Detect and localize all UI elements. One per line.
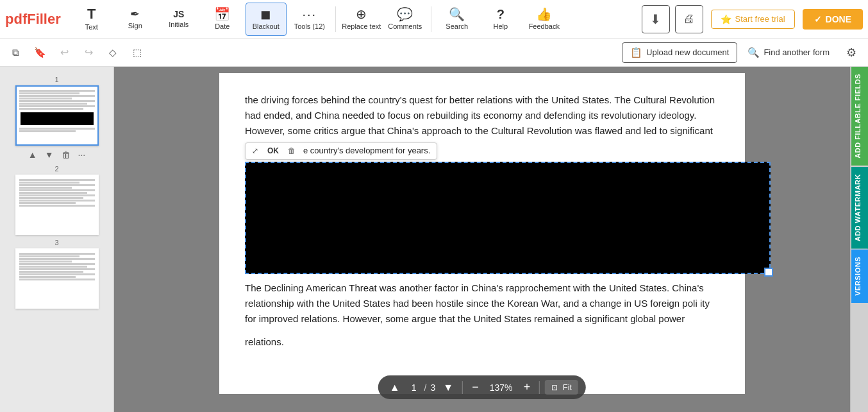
upload-document-button[interactable]: 📋 Upload new document xyxy=(622,42,737,63)
tag-icon: 🔖 xyxy=(34,47,46,58)
sign-tool-icon: ✒ xyxy=(130,8,140,20)
thumb-frame-2 xyxy=(15,175,99,235)
text-tool-label: Text xyxy=(85,23,98,31)
initials-tool-label: Initials xyxy=(169,21,188,28)
blackout-delete-button[interactable]: 🗑 xyxy=(285,145,298,157)
comments-label: Comments xyxy=(388,22,422,30)
prev-page-button[interactable]: ▲ xyxy=(386,381,404,395)
blackout-annotation[interactable]: ⤢ OK 🗑 e country's development for years… xyxy=(245,162,719,274)
tools-more-icon: ··· xyxy=(302,8,317,21)
document-area: the driving forces behind the country's … xyxy=(114,67,850,412)
move-icon: ⤢ xyxy=(252,146,258,155)
fit-icon: ⊡ xyxy=(551,383,558,392)
document-scroll[interactable]: the driving forces behind the country's … xyxy=(114,67,850,412)
zoom-level: 137% xyxy=(487,382,516,393)
total-pages: 3 xyxy=(430,382,435,393)
main-area: 1 xyxy=(0,67,868,412)
logo: pdfFiller xyxy=(5,11,61,28)
blackout-tool-icon: ◼ xyxy=(260,8,271,21)
eraser-icon: ◇ xyxy=(109,47,117,58)
add-watermark-tab[interactable]: ADD WATERMARK xyxy=(851,167,868,248)
page-separator: / xyxy=(424,382,427,393)
replace-text-icon: ⊕ xyxy=(356,8,367,21)
thumb-frame-3 xyxy=(15,248,99,309)
resize-handle[interactable] xyxy=(764,268,773,277)
blackout-rectangle[interactable] xyxy=(245,162,771,274)
add-fillable-fields-tab[interactable]: ADD FILLABLE FIELDS xyxy=(851,67,868,166)
scroll-down-button[interactable]: ▼ xyxy=(42,148,56,161)
page-navigation-bar: ▲ / 3 ▼ − 137% + ⊡ Fit xyxy=(378,375,586,399)
page-num-1: 1 xyxy=(54,76,58,83)
tools-more-button[interactable]: ··· Tools (12) xyxy=(289,3,330,36)
tags-button[interactable]: 🔖 xyxy=(29,42,50,63)
find-form-button[interactable]: 🔍 Find another form xyxy=(741,44,836,61)
done-button[interactable]: ✓ DONE xyxy=(803,9,863,30)
date-tool-button[interactable]: 📅 Date xyxy=(202,3,243,36)
thumb-content-3 xyxy=(17,250,97,307)
settings-button[interactable]: ⚙ xyxy=(840,41,863,64)
scroll-up-button[interactable]: ▲ xyxy=(26,148,40,161)
page-num-3: 3 xyxy=(54,239,58,246)
logo-pdf-part: pdf xyxy=(5,11,27,27)
blackout-tool-button[interactable]: ◼ Blackout xyxy=(246,3,287,36)
print-icon: 🖨 xyxy=(683,12,695,26)
pages-view-button[interactable]: ⧉ xyxy=(5,42,26,63)
redo-button[interactable]: ↪ xyxy=(78,42,99,63)
delete-page-button[interactable]: 🗑 xyxy=(59,148,73,161)
thumb-content-2 xyxy=(17,176,97,234)
comments-icon: 💬 xyxy=(397,8,413,21)
date-tool-label: Date xyxy=(215,22,230,30)
sign-tool-button[interactable]: ✒ Sign xyxy=(115,3,156,36)
versions-tab[interactable]: VERSIONS xyxy=(851,250,868,303)
undo-button[interactable]: ↩ xyxy=(54,42,74,63)
nav-divider-1 xyxy=(462,381,463,394)
page-thumb-3[interactable]: 3 xyxy=(0,239,113,309)
replace-text-button[interactable]: ⊕ Replace text xyxy=(341,3,382,36)
toolbar-divider-1 xyxy=(335,6,336,32)
star-icon: ⭐ xyxy=(721,14,731,24)
start-trial-button[interactable]: ⭐ Start free trial xyxy=(711,10,795,29)
doc-text-after: The Declining American Threat was anothe… xyxy=(245,280,719,327)
select-icon: ⬚ xyxy=(133,47,142,58)
comments-button[interactable]: 💬 Comments xyxy=(385,3,426,36)
pages-icon: ⧉ xyxy=(12,47,19,58)
more-page-options-button[interactable]: ··· xyxy=(76,148,88,161)
gear-icon: ⚙ xyxy=(846,46,856,60)
fit-button[interactable]: ⊡ Fit xyxy=(545,380,578,395)
zoom-out-button[interactable]: − xyxy=(468,379,483,395)
document-page: the driving forces behind the country's … xyxy=(219,73,745,394)
initials-tool-icon: JS xyxy=(173,10,184,19)
sidebar-scroll[interactable]: 1 xyxy=(0,72,113,407)
feedback-button[interactable]: 👍 Feedback xyxy=(524,3,565,36)
toolbar-divider-2 xyxy=(431,6,431,32)
download-button[interactable]: ⬇ xyxy=(642,5,670,33)
next-page-button[interactable]: ▼ xyxy=(439,381,457,395)
zoom-in-button[interactable]: + xyxy=(520,379,535,395)
thumb-content-1 xyxy=(17,87,97,144)
page-thumb-2[interactable]: 2 xyxy=(0,165,113,235)
search-icon: 🔍 xyxy=(449,8,465,21)
current-page-input[interactable] xyxy=(408,382,421,393)
text-tool-button[interactable]: T Text xyxy=(71,3,112,36)
replace-text-label: Replace text xyxy=(342,22,381,30)
search-button[interactable]: 🔍 Search xyxy=(437,3,478,36)
help-button[interactable]: ? Help xyxy=(480,3,521,36)
blackout-ok-button[interactable]: OK xyxy=(263,145,283,157)
doc-text-continuation: relations. xyxy=(245,334,719,350)
delete-blackout-icon: 🗑 xyxy=(288,146,296,155)
search-label: Search xyxy=(446,22,468,30)
date-tool-icon: 📅 xyxy=(214,8,230,21)
select-button[interactable]: ⬚ xyxy=(127,42,147,63)
blackout-move-button[interactable]: ⤢ xyxy=(249,145,261,157)
print-button[interactable]: 🖨 xyxy=(675,5,703,33)
page-num-2: 2 xyxy=(54,165,58,173)
blackout-tool-label: Blackout xyxy=(253,22,280,30)
page-thumb-1[interactable]: 1 xyxy=(0,76,113,161)
logo-filler-part: Filler xyxy=(27,11,61,27)
upload-label: Upload new document xyxy=(646,47,729,57)
initials-tool-button[interactable]: JS Initials xyxy=(158,3,199,36)
blackout-text-connector: e country's development for years. xyxy=(301,144,433,158)
eraser-button[interactable]: ◇ xyxy=(103,42,123,63)
help-icon: ? xyxy=(497,8,505,21)
checkmark-icon: ✓ xyxy=(814,14,822,24)
